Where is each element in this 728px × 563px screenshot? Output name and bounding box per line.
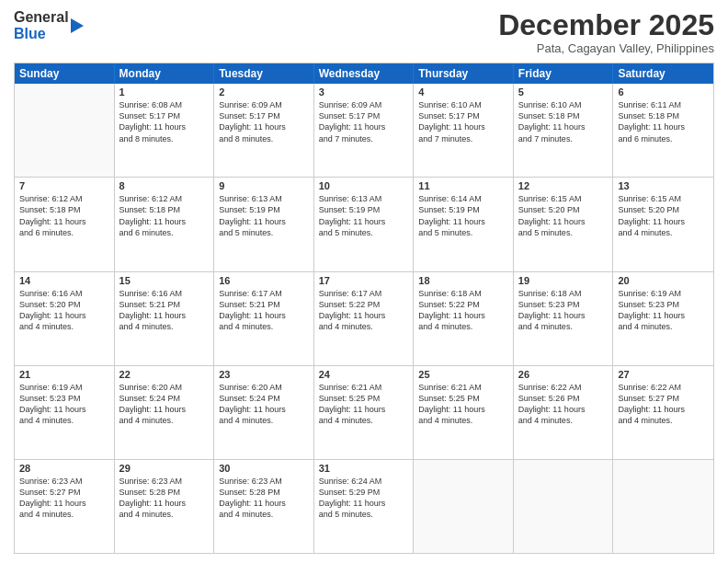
day-number: 2 [219, 86, 309, 98]
cell-info: Sunrise: 6:16 AM Sunset: 5:21 PM Dayligh… [119, 288, 210, 333]
day-number: 3 [319, 86, 409, 98]
calendar-cell: 27Sunrise: 6:22 AM Sunset: 5:27 PM Dayli… [613, 366, 713, 459]
calendar-row: 21Sunrise: 6:19 AM Sunset: 5:23 PM Dayli… [15, 365, 713, 459]
day-number: 12 [518, 180, 609, 191]
day-number: 22 [119, 369, 210, 380]
cell-info: Sunrise: 6:18 AM Sunset: 5:22 PM Dayligh… [418, 288, 508, 333]
calendar-cell: 23Sunrise: 6:20 AM Sunset: 5:24 PM Dayli… [214, 366, 314, 459]
cell-info: Sunrise: 6:11 AM Sunset: 5:18 PM Dayligh… [618, 99, 709, 144]
calendar-header-cell: Friday [514, 63, 614, 84]
cell-info: Sunrise: 6:17 AM Sunset: 5:22 PM Dayligh… [319, 288, 409, 333]
day-number: 17 [319, 275, 409, 286]
day-number: 18 [418, 275, 508, 286]
day-number: 16 [219, 275, 309, 286]
calendar-row: 1Sunrise: 6:08 AM Sunset: 5:17 PM Daylig… [15, 84, 713, 177]
day-number: 1 [119, 86, 210, 98]
calendar-cell: 9Sunrise: 6:13 AM Sunset: 5:19 PM Daylig… [214, 178, 314, 270]
day-number: 29 [119, 463, 210, 474]
calendar-cell [514, 460, 614, 553]
cell-info: Sunrise: 6:23 AM Sunset: 5:27 PM Dayligh… [19, 476, 109, 521]
day-number: 4 [418, 86, 508, 98]
calendar-cell: 15Sunrise: 6:16 AM Sunset: 5:21 PM Dayli… [115, 272, 215, 365]
cell-info: Sunrise: 6:19 AM Sunset: 5:23 PM Dayligh… [19, 382, 109, 427]
calendar-body: 1Sunrise: 6:08 AM Sunset: 5:17 PM Daylig… [15, 84, 713, 553]
cell-info: Sunrise: 6:21 AM Sunset: 5:25 PM Dayligh… [418, 382, 508, 427]
calendar-cell: 10Sunrise: 6:13 AM Sunset: 5:19 PM Dayli… [314, 178, 415, 270]
calendar-cell: 17Sunrise: 6:17 AM Sunset: 5:22 PM Dayli… [314, 272, 415, 365]
calendar-row: 14Sunrise: 6:16 AM Sunset: 5:20 PM Dayli… [15, 271, 713, 365]
calendar-cell: 12Sunrise: 6:15 AM Sunset: 5:20 PM Dayli… [514, 178, 614, 270]
page: General Blue December 2025 Pata, Cagayan… [0, 0, 728, 563]
day-number: 13 [618, 180, 709, 191]
cell-info: Sunrise: 6:23 AM Sunset: 5:28 PM Dayligh… [119, 476, 210, 521]
calendar-cell: 1Sunrise: 6:08 AM Sunset: 5:17 PM Daylig… [115, 84, 215, 177]
calendar-cell: 20Sunrise: 6:19 AM Sunset: 5:23 PM Dayli… [613, 272, 713, 365]
cell-info: Sunrise: 6:08 AM Sunset: 5:17 PM Dayligh… [119, 99, 210, 144]
calendar-cell: 29Sunrise: 6:23 AM Sunset: 5:28 PM Dayli… [115, 460, 215, 553]
calendar-header-cell: Monday [115, 63, 215, 84]
calendar-cell: 28Sunrise: 6:23 AM Sunset: 5:27 PM Dayli… [15, 460, 115, 553]
calendar-cell: 16Sunrise: 6:17 AM Sunset: 5:21 PM Dayli… [214, 272, 314, 365]
day-number: 23 [219, 369, 309, 380]
cell-info: Sunrise: 6:15 AM Sunset: 5:20 PM Dayligh… [518, 193, 609, 238]
day-number: 9 [219, 180, 309, 191]
logo-blue: Blue [14, 26, 69, 42]
cell-info: Sunrise: 6:21 AM Sunset: 5:25 PM Dayligh… [319, 382, 409, 427]
calendar-cell: 6Sunrise: 6:11 AM Sunset: 5:18 PM Daylig… [613, 84, 713, 177]
cell-info: Sunrise: 6:22 AM Sunset: 5:27 PM Dayligh… [618, 382, 709, 427]
cell-info: Sunrise: 6:19 AM Sunset: 5:23 PM Dayligh… [618, 288, 709, 333]
calendar-cell: 14Sunrise: 6:16 AM Sunset: 5:20 PM Dayli… [15, 272, 115, 365]
day-number: 10 [319, 180, 409, 191]
day-number: 21 [19, 369, 109, 380]
cell-info: Sunrise: 6:22 AM Sunset: 5:26 PM Dayligh… [518, 382, 609, 427]
cell-info: Sunrise: 6:12 AM Sunset: 5:18 PM Dayligh… [19, 193, 109, 238]
day-number: 15 [119, 275, 210, 286]
calendar-cell: 4Sunrise: 6:10 AM Sunset: 5:17 PM Daylig… [414, 84, 514, 177]
logo-chevron-icon [71, 13, 89, 39]
day-number: 25 [418, 369, 508, 380]
cell-info: Sunrise: 6:13 AM Sunset: 5:19 PM Dayligh… [319, 193, 409, 238]
calendar-cell: 31Sunrise: 6:24 AM Sunset: 5:29 PM Dayli… [314, 460, 415, 553]
calendar-cell: 22Sunrise: 6:20 AM Sunset: 5:24 PM Dayli… [115, 366, 215, 459]
day-number: 26 [518, 369, 609, 380]
calendar-cell: 30Sunrise: 6:23 AM Sunset: 5:28 PM Dayli… [214, 460, 314, 553]
cell-info: Sunrise: 6:23 AM Sunset: 5:28 PM Dayligh… [219, 476, 309, 521]
title-area: December 2025 Pata, Cagayan Valley, Phil… [498, 9, 714, 55]
cell-info: Sunrise: 6:09 AM Sunset: 5:17 PM Dayligh… [219, 99, 309, 144]
calendar-header-cell: Sunday [15, 63, 115, 84]
cell-info: Sunrise: 6:14 AM Sunset: 5:19 PM Dayligh… [418, 193, 508, 238]
logo-general: General [14, 9, 69, 26]
day-number: 6 [618, 86, 709, 98]
day-number: 14 [19, 275, 109, 286]
cell-info: Sunrise: 6:10 AM Sunset: 5:17 PM Dayligh… [418, 99, 508, 144]
calendar: SundayMondayTuesdayWednesdayThursdayFrid… [14, 63, 714, 554]
cell-info: Sunrise: 6:10 AM Sunset: 5:18 PM Dayligh… [518, 99, 609, 144]
cell-info: Sunrise: 6:09 AM Sunset: 5:17 PM Dayligh… [319, 99, 409, 144]
day-number: 27 [618, 369, 709, 380]
calendar-cell: 7Sunrise: 6:12 AM Sunset: 5:18 PM Daylig… [15, 178, 115, 270]
cell-info: Sunrise: 6:18 AM Sunset: 5:23 PM Dayligh… [518, 288, 609, 333]
calendar-header-cell: Tuesday [214, 63, 314, 84]
calendar-header-cell: Wednesday [314, 63, 415, 84]
calendar-cell [613, 460, 713, 553]
day-number: 5 [518, 86, 609, 98]
day-number: 24 [319, 369, 409, 380]
cell-info: Sunrise: 6:13 AM Sunset: 5:19 PM Dayligh… [219, 193, 309, 238]
calendar-row: 7Sunrise: 6:12 AM Sunset: 5:18 PM Daylig… [15, 177, 713, 270]
calendar-row: 28Sunrise: 6:23 AM Sunset: 5:27 PM Dayli… [15, 459, 713, 553]
header: General Blue December 2025 Pata, Cagayan… [14, 9, 714, 55]
calendar-header-cell: Thursday [414, 63, 514, 84]
day-number: 30 [219, 463, 309, 474]
day-number: 8 [119, 180, 210, 191]
calendar-cell: 25Sunrise: 6:21 AM Sunset: 5:25 PM Dayli… [414, 366, 514, 459]
calendar-header: SundayMondayTuesdayWednesdayThursdayFrid… [15, 63, 713, 84]
calendar-cell: 2Sunrise: 6:09 AM Sunset: 5:17 PM Daylig… [214, 84, 314, 177]
calendar-cell: 8Sunrise: 6:12 AM Sunset: 5:18 PM Daylig… [115, 178, 215, 270]
calendar-cell: 18Sunrise: 6:18 AM Sunset: 5:22 PM Dayli… [414, 272, 514, 365]
calendar-header-cell: Saturday [613, 63, 713, 84]
day-number: 19 [518, 275, 609, 286]
calendar-cell: 11Sunrise: 6:14 AM Sunset: 5:19 PM Dayli… [414, 178, 514, 270]
logo: General Blue [14, 9, 89, 41]
cell-info: Sunrise: 6:20 AM Sunset: 5:24 PM Dayligh… [119, 382, 210, 427]
calendar-cell [15, 84, 115, 177]
